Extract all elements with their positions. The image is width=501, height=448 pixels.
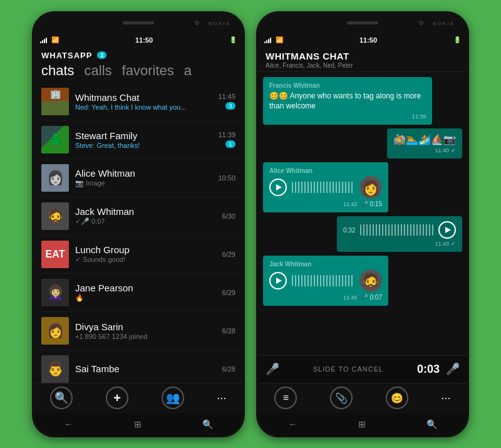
chat-name-alice: Alice Whitman bbox=[75, 168, 214, 179]
message-francis: Francis Whitman 😊😊 Anyone who wants to t… bbox=[263, 77, 432, 125]
avatar-lunch: EAT bbox=[41, 241, 69, 268]
more-button-left[interactable]: ··· bbox=[217, 392, 227, 405]
avatar-img-alice: 👩 bbox=[41, 164, 69, 192]
chat-header: WHITMANS CHAT Alice, Francis, Jack, Ned,… bbox=[258, 47, 467, 72]
chat-item-jane[interactable]: 👩‍🦱 Jane Pearson 🔥 6/29 bbox=[34, 274, 243, 312]
chat-info-alice: Alice Whitman 📷 Image bbox=[75, 168, 214, 187]
chat-time-jane: 6/29 bbox=[222, 289, 235, 296]
phone-top-left: NOKIA bbox=[34, 13, 243, 33]
msg-time-right-voice: 11:43 ✓ bbox=[343, 241, 456, 247]
chat-info-jane: Jane Pearson 🔥 bbox=[75, 283, 219, 302]
home-button-right[interactable]: ⊞ bbox=[358, 419, 366, 429]
record-bar: 🎤 SLIDE TO CANCEL 0:03 🎤 bbox=[258, 355, 467, 383]
messages-area: Francis Whitman 😊😊 Anyone who wants to t… bbox=[258, 72, 467, 355]
play-icon-right bbox=[445, 227, 451, 233]
phone-right: NOKIA 📶 11:50 🔋 WHITMANS CHAT Alice, Fra… bbox=[256, 11, 469, 437]
chat-name-lunch: Lunch Group bbox=[75, 244, 219, 255]
avatar-divya: 👩 bbox=[41, 317, 69, 345]
message-jack-voice: Jack Whitman 🧔 11:45 🎤 0:07 bbox=[263, 256, 388, 306]
tab-more[interactable]: a bbox=[184, 63, 192, 79]
camera-right bbox=[419, 21, 423, 25]
chat-meta-divya: 6/28 bbox=[222, 327, 235, 335]
msg-sender-francis: Francis Whitman bbox=[269, 82, 426, 89]
phone-top-right: NOKIA bbox=[258, 13, 467, 33]
chat-list: 🏢 Whitmans Chat Ned: Yeah, I think I kno… bbox=[34, 83, 243, 383]
back-button-right[interactable]: ← bbox=[289, 419, 297, 429]
voice-msg-alice: 👩 bbox=[269, 176, 382, 199]
chat-item-divya[interactable]: 👩 Divya Sarin +1 890 567 1234 joined 6/2… bbox=[34, 312, 243, 350]
chat-preview-jack: ✓🎤 0:07 bbox=[75, 217, 219, 226]
mic-icon-record[interactable]: 🎤 bbox=[266, 362, 279, 376]
play-icon-alice bbox=[276, 184, 282, 190]
chat-item-sai[interactable]: 👨 Sai Tambe 6/28 bbox=[34, 350, 243, 383]
wifi-icon: 📶 bbox=[51, 36, 59, 43]
tab-nav: chats calls favorites a bbox=[41, 60, 235, 80]
emoji-button[interactable]: 😊 bbox=[386, 387, 408, 409]
app-header-top: WHATSAPP 2 bbox=[41, 51, 235, 60]
chat-item-lunch[interactable]: EAT Lunch Group ✓ Sounds good! 6/29 bbox=[34, 236, 243, 274]
speaker bbox=[123, 21, 154, 24]
msg-emoji-content: 🚵🏊🏄⛵📷 bbox=[393, 133, 456, 145]
avatar-stewart: 🌲 bbox=[41, 126, 69, 154]
chat-preview-stewart: Steve: Great, thanks! bbox=[75, 142, 214, 149]
chat-time-alice: 10:50 bbox=[218, 174, 235, 182]
group-button[interactable]: 👥 bbox=[162, 387, 184, 409]
waveform-right bbox=[360, 224, 433, 236]
status-left: 📶 bbox=[40, 36, 59, 43]
tab-chats[interactable]: chats bbox=[41, 63, 75, 79]
chat-item-alice[interactable]: 👩 Alice Whitman 📷 Image 10:50 bbox=[34, 159, 243, 197]
chat-time-stewart: 11:39 bbox=[218, 131, 235, 138]
chat-item-jack[interactable]: 🧔 Jack Whitman ✓🎤 0:07 6/30 bbox=[34, 197, 243, 236]
unread-badge-whitmans: 3 bbox=[225, 102, 235, 110]
avatar-img-whitmans: 🏢 bbox=[41, 88, 69, 115]
chat-preview-alice: 📷 Image bbox=[75, 179, 214, 187]
thumb-img-alice: 👩 bbox=[359, 176, 382, 199]
voice-thumb-jack: 🧔 bbox=[359, 269, 382, 292]
attach-button[interactable]: 📎 bbox=[330, 387, 353, 409]
chat-name-whitmans: Whitmans Chat bbox=[75, 92, 214, 103]
search-button-left[interactable]: 🔍 bbox=[202, 419, 213, 429]
chat-time-lunch: 6/29 bbox=[222, 251, 235, 258]
more-button-right[interactable]: ··· bbox=[442, 392, 451, 405]
duration-alice: 0:15 bbox=[370, 201, 382, 207]
voice-thumb-alice: 👩 bbox=[359, 176, 382, 199]
mic-stop-icon[interactable]: 🎤 bbox=[446, 362, 460, 376]
search-button-right[interactable]: 🔍 bbox=[426, 419, 437, 429]
battery-icon-right: 🔋 bbox=[453, 36, 461, 43]
avatar-img-stewart: 🌲 bbox=[41, 126, 69, 154]
signal-icon bbox=[40, 37, 47, 43]
chat-item-whitmans[interactable]: 🏢 Whitmans Chat Ned: Yeah, I think I kno… bbox=[34, 83, 243, 121]
voice-msg-right: 0:32 bbox=[343, 221, 456, 239]
msg-time-francis: 11:39 bbox=[269, 113, 426, 120]
home-button-left[interactable]: ⊞ bbox=[134, 419, 142, 429]
avatar-jane: 👩‍🦱 bbox=[41, 279, 69, 306]
app-header: WHATSAPP 2 chats calls favorites a bbox=[34, 47, 243, 83]
play-button-alice[interactable] bbox=[269, 179, 287, 196]
msg-time-jack-voice: 11:45 🎤 0:07 bbox=[269, 294, 382, 301]
nokia-brand: NOKIA bbox=[209, 20, 230, 26]
msg-time-alice-voice: 11:42 🎤 0:15 bbox=[269, 201, 382, 207]
mic-icon-alice: 🎤 bbox=[361, 201, 368, 207]
chat-preview-divya: +1 890 567 1234 joined bbox=[75, 333, 219, 340]
back-button-left[interactable]: ← bbox=[65, 419, 73, 429]
signal-icon-right bbox=[264, 37, 271, 43]
thumb-img-jack: 🧔 bbox=[359, 269, 382, 292]
tab-favorites[interactable]: favorites bbox=[122, 63, 174, 79]
tab-calls[interactable]: calls bbox=[85, 63, 112, 79]
play-button-jack[interactable] bbox=[269, 272, 287, 289]
camera bbox=[195, 21, 199, 25]
screen-left: 📶 11:50 🔋 WHATSAPP 2 chats calls favorit… bbox=[34, 33, 243, 435]
chat-item-stewart[interactable]: 🌲 Stewart Family Steve: Great, thanks! 1… bbox=[34, 121, 243, 159]
avatar-img-jack: 🧔 bbox=[41, 202, 69, 230]
mic-icon-jack: 🎤 bbox=[361, 294, 368, 301]
add-chat-button[interactable]: + bbox=[106, 387, 128, 409]
play-button-right[interactable] bbox=[438, 221, 456, 239]
message-right-voice: 0:32 11:43 ✓ bbox=[337, 216, 462, 252]
list-button[interactable]: ≡ bbox=[274, 387, 297, 409]
chat-name-stewart: Stewart Family bbox=[75, 130, 214, 141]
chat-preview-whitmans: Ned: Yeah, I think I know what you... bbox=[75, 103, 214, 111]
search-button[interactable]: 🔍 bbox=[50, 387, 73, 409]
avatar-sai: 👨 bbox=[41, 355, 69, 383]
status-time-right: 11:50 bbox=[359, 36, 377, 44]
chat-name-divya: Divya Sarin bbox=[75, 321, 219, 332]
